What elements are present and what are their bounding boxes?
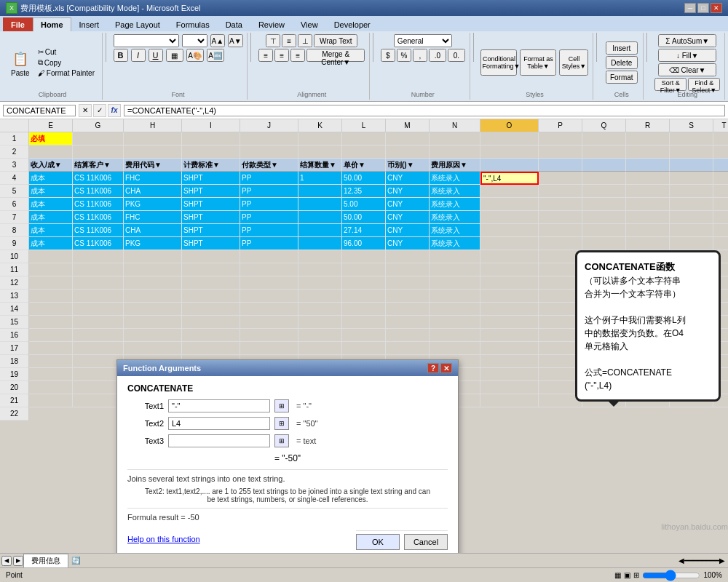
cell-h8[interactable]: CHA	[124, 224, 182, 237]
align-top-button[interactable]: ⊤	[266, 34, 280, 47]
cell-t6[interactable]	[713, 198, 728, 211]
cell-r2[interactable]	[626, 146, 670, 159]
sheet-tab-expense[interactable]: 费用信息	[23, 554, 68, 567]
cell-m2[interactable]	[386, 146, 430, 159]
dialog-text1-ref-button[interactable]: ⊞	[274, 399, 289, 412]
cell-r1[interactable]	[626, 132, 670, 146]
cell-k5[interactable]	[298, 185, 342, 198]
cell-s1[interactable]	[670, 132, 713, 146]
cell-n9[interactable]: 系统录入	[430, 237, 480, 250]
minimize-button[interactable]: ─	[684, 3, 696, 13]
cell-n3[interactable]: 费用原因▼	[430, 159, 480, 172]
dialog-text3-ref-button[interactable]: ⊞	[274, 434, 289, 447]
dialog-close-button[interactable]: ✕	[440, 363, 452, 373]
view-normal-button[interactable]: ▦	[614, 571, 621, 579]
cell-q5[interactable]	[582, 185, 626, 198]
cell-i4[interactable]: SHPT	[182, 172, 240, 185]
align-middle-button[interactable]: ≡	[282, 34, 296, 47]
tab-formulas[interactable]: Formulas	[168, 17, 218, 31]
tab-data[interactable]: Data	[218, 17, 250, 31]
cell-r5[interactable]	[626, 185, 670, 198]
dialog-text2-input[interactable]	[168, 417, 270, 430]
wrap-text-button[interactable]: Wrap Text	[314, 34, 357, 47]
fill-button[interactable]: ↓ Fill▼	[658, 49, 716, 62]
view-layout-button[interactable]: ▣	[624, 571, 630, 579]
cell-l9[interactable]: 96.00	[342, 237, 386, 250]
cell-g9[interactable]: CS 11K006	[73, 237, 124, 250]
cell-s7[interactable]	[670, 211, 713, 224]
col-h-header[interactable]: H	[124, 119, 182, 132]
increase-decimal-button[interactable]: .0	[429, 49, 446, 62]
dialog-text3-input[interactable]	[168, 434, 270, 447]
cell-styles-button[interactable]: Cell Styles▼	[559, 49, 588, 76]
cell-h6[interactable]: PKG	[124, 198, 182, 211]
cell-i7[interactable]: SHPT	[182, 211, 240, 224]
cell-q6[interactable]	[582, 198, 626, 211]
cell-q8[interactable]	[582, 224, 626, 237]
cell-g2[interactable]	[73, 146, 124, 159]
cell-g6[interactable]: CS 11K006	[73, 198, 124, 211]
bold-button[interactable]: B	[114, 49, 128, 62]
cell-o1[interactable]	[480, 132, 539, 146]
cell-k3[interactable]: 结算数量▼	[298, 159, 342, 172]
italic-button[interactable]: I	[131, 49, 146, 62]
confirm-formula-button[interactable]: ✓	[93, 104, 106, 117]
cell-q3[interactable]	[582, 159, 626, 172]
cell-j7[interactable]: PP	[240, 211, 298, 224]
cell-p3[interactable]	[539, 159, 582, 172]
cell-g5[interactable]: CS 11K006	[73, 185, 124, 198]
cell-p2[interactable]	[539, 146, 582, 159]
tab-review[interactable]: Review	[250, 17, 293, 31]
cell-g8[interactable]: CS 11K006	[73, 224, 124, 237]
col-q-header[interactable]: Q	[582, 119, 626, 132]
cell-l7[interactable]: 50.00	[342, 211, 386, 224]
cell-l8[interactable]: 27.14	[342, 224, 386, 237]
col-r-header[interactable]: R	[626, 119, 670, 132]
scroll-bar-area[interactable]: ◀━━━━━━━━▶	[678, 557, 725, 565]
tab-home[interactable]: Home	[33, 17, 71, 31]
cell-t9[interactable]	[713, 237, 728, 250]
cell-q2[interactable]	[582, 146, 626, 159]
cell-s5[interactable]	[670, 185, 713, 198]
cell-j6[interactable]: PP	[240, 198, 298, 211]
font-size-select[interactable]	[182, 34, 207, 47]
cell-e8[interactable]: 成本	[29, 224, 73, 237]
cell-i5[interactable]: SHPT	[182, 185, 240, 198]
dialog-help-icon[interactable]: ?	[427, 363, 439, 373]
cell-i2[interactable]	[182, 146, 240, 159]
number-format-select[interactable]: General	[394, 34, 452, 47]
cell-i8[interactable]: SHPT	[182, 224, 240, 237]
tab-page-layout[interactable]: Page Layout	[107, 17, 168, 31]
cell-l5[interactable]: 12.35	[342, 185, 386, 198]
cancel-formula-button[interactable]: ✕	[79, 104, 92, 117]
cell-q9[interactable]	[582, 237, 626, 250]
cell-e5[interactable]: 成本	[29, 185, 73, 198]
cell-m9[interactable]: CNY	[386, 237, 430, 250]
find-select-button[interactable]: Find & Select▼	[688, 78, 720, 91]
cell-j4[interactable]: PP	[240, 172, 298, 185]
fill-color-button[interactable]: A🎨	[186, 49, 204, 62]
cell-s9[interactable]	[670, 237, 713, 250]
cell-i6[interactable]: SHPT	[182, 198, 240, 211]
cell-n1[interactable]	[430, 132, 480, 146]
cell-g1[interactable]	[73, 132, 124, 146]
cell-g7[interactable]: CS 11K006	[73, 211, 124, 224]
cell-p1[interactable]	[539, 132, 582, 146]
restore-button[interactable]: □	[697, 3, 709, 13]
cell-h3[interactable]: 费用代码▼	[124, 159, 182, 172]
cell-i1[interactable]	[182, 132, 240, 146]
cell-p4[interactable]	[539, 172, 582, 185]
cell-s8[interactable]	[670, 224, 713, 237]
cell-n2[interactable]	[430, 146, 480, 159]
cell-k2[interactable]	[298, 146, 342, 159]
cell-j5[interactable]: PP	[240, 185, 298, 198]
cell-l4[interactable]: 50.00	[342, 172, 386, 185]
cell-r7[interactable]	[626, 211, 670, 224]
cell-h9[interactable]: PKG	[124, 237, 182, 250]
cell-l2[interactable]	[342, 146, 386, 159]
cell-r8[interactable]	[626, 224, 670, 237]
cell-j3[interactable]: 付款类型▼	[240, 159, 298, 172]
col-s-header[interactable]: S	[670, 119, 713, 132]
cell-q1[interactable]	[582, 132, 626, 146]
cell-h5[interactable]: CHA	[124, 185, 182, 198]
